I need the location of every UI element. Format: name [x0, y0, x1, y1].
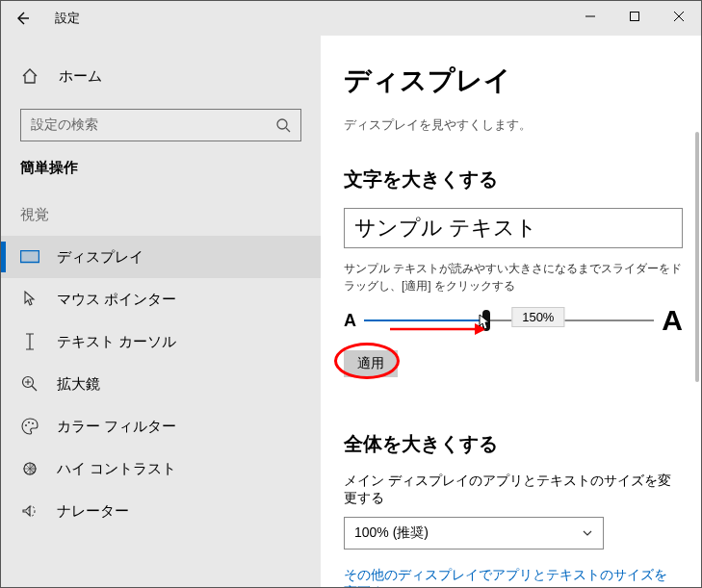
search-placeholder: 設定の検索 — [31, 116, 98, 134]
slider-value-tooltip: 150% — [511, 307, 564, 327]
search-input[interactable]: 設定の検索 — [20, 109, 301, 141]
apply-button[interactable]: 適用 — [344, 350, 398, 377]
minimize-icon — [585, 11, 596, 22]
sidebar-item-color-filter[interactable]: カラー フィルター — [1, 405, 321, 447]
sidebar-item-label: カラー フィルター — [57, 418, 176, 436]
display-icon — [20, 250, 39, 264]
sidebar-item-magnifier[interactable]: 拡大鏡 — [1, 363, 321, 405]
sidebar-group-title: 簡単操作 — [1, 159, 321, 177]
window-title: 設定 — [55, 10, 80, 27]
sidebar-item-high-contrast[interactable]: ハイ コントラスト — [1, 447, 321, 490]
arrow-left-icon — [14, 11, 30, 26]
close-icon — [673, 11, 685, 22]
sidebar-group-sub: 視覚 — [1, 206, 321, 224]
contrast-icon — [20, 460, 39, 477]
scale-dropdown[interactable]: 100% (推奨) — [344, 517, 604, 550]
sidebar-item-label: マウス ポインター — [57, 291, 176, 309]
home-nav[interactable]: ホーム — [1, 59, 321, 93]
page-title: ディスプレイ — [344, 63, 678, 99]
home-icon — [20, 67, 39, 85]
svg-point-1 — [277, 119, 287, 129]
sidebar-item-display[interactable]: ディスプレイ — [1, 236, 321, 278]
maximize-button[interactable] — [612, 1, 657, 32]
sample-text: サンプル テキスト — [354, 214, 537, 243]
section-scale-heading: 全体を大きくする — [344, 431, 678, 457]
chevron-down-icon — [582, 527, 593, 539]
dropdown-value: 100% (推奨) — [354, 524, 429, 542]
content-pane: ディスプレイ ディスプレイを見やすくします。 文字を大きくする サンプル テキス… — [321, 36, 701, 588]
sidebar-item-narrator[interactable]: ナレーター — [1, 490, 321, 532]
link-other-displays[interactable]: その他のディスプレイでアプリとテキストのサイズを変更する — [344, 567, 678, 588]
titlebar: 設定 — [1, 1, 701, 36]
section-text-size-heading: 文字を大きくする — [344, 166, 678, 192]
svg-point-6 — [28, 422, 30, 423]
maximize-icon — [629, 11, 640, 22]
svg-rect-0 — [631, 13, 639, 21]
sidebar-item-mouse-pointer[interactable]: マウス ポインター — [1, 278, 321, 320]
search-icon — [275, 117, 291, 133]
magnifier-icon — [20, 375, 39, 393]
narrator-icon — [20, 502, 39, 520]
slider-min-label: A — [344, 311, 356, 331]
sidebar-item-label: テキスト カーソル — [57, 333, 176, 351]
slider-max-label: A — [662, 304, 683, 337]
svg-point-5 — [25, 424, 27, 426]
sidebar-item-text-cursor[interactable]: テキスト カーソル — [1, 320, 321, 363]
home-label: ホーム — [59, 67, 102, 86]
close-button[interactable] — [657, 1, 701, 32]
page-description: ディスプレイを見やすくします。 — [344, 116, 678, 134]
sidebar-item-label: ナレーター — [57, 502, 129, 521]
text-size-slider-row: A 150% A — [344, 304, 683, 337]
minimize-button[interactable] — [568, 1, 612, 32]
sidebar-item-label: ハイ コントラスト — [57, 460, 176, 478]
sample-text-box: サンプル テキスト — [344, 208, 683, 248]
slider-help-text: サンプル テキストが読みやすい大きさになるまでスライダーをドラッグし、[適用] … — [344, 260, 683, 294]
svg-point-7 — [32, 422, 34, 424]
scrollbar-thumb[interactable] — [695, 132, 699, 382]
text-cursor-icon — [20, 333, 39, 350]
scale-sub-label: メイン ディスプレイのアプリとテキストのサイズを変更する — [344, 473, 678, 507]
sidebar-item-label: 拡大鏡 — [57, 375, 100, 394]
sidebar: ホーム 設定の検索 簡単操作 視覚 ディスプレイ マウス ポインター — [1, 36, 321, 588]
pointer-icon — [20, 291, 39, 308]
sidebar-item-label: ディスプレイ — [57, 248, 143, 267]
svg-rect-3 — [21, 251, 39, 263]
palette-icon — [20, 418, 39, 435]
slider-thumb[interactable] — [482, 310, 490, 331]
text-size-slider[interactable]: 150% — [364, 311, 654, 330]
back-button[interactable] — [1, 1, 43, 36]
